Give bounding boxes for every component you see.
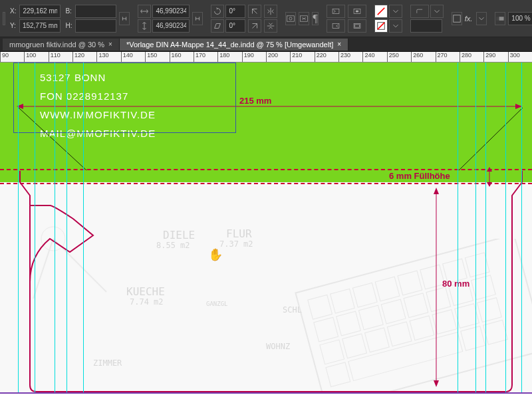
svg-marker-66	[487, 182, 492, 187]
fx-dropdown-icon[interactable]	[476, 12, 487, 25]
vertical-guide[interactable]	[458, 63, 458, 399]
ruler-tick: 160	[170, 52, 182, 63]
corner-radius-input[interactable]	[410, 19, 442, 33]
corner-dropdown-icon[interactable]	[430, 5, 444, 18]
tab-document-2[interactable]: *Vorlage DIN A4-Mappe 14_44_de.indd @ 75…	[120, 39, 348, 51]
link-icon[interactable]	[119, 12, 130, 25]
close-icon[interactable]: ×	[337, 41, 341, 48]
svg-rect-43	[471, 275, 495, 300]
tab-label: *Vorlage DIN A4-Mappe 14_44_de.indd @ 75…	[126, 41, 333, 49]
scale-x-icon[interactable]	[138, 5, 151, 18]
scale-x-input[interactable]	[152, 5, 190, 18]
flip-h-icon[interactable]	[264, 5, 277, 18]
vertical-guide[interactable]	[475, 63, 476, 399]
stroke-dropdown-icon[interactable]	[389, 19, 402, 33]
flip-v-icon[interactable]	[264, 19, 277, 33]
ruler-tick: 300	[508, 52, 520, 63]
svg-rect-6	[356, 10, 358, 12]
ruler-tick: 270	[436, 52, 448, 63]
svg-rect-29	[331, 289, 355, 313]
x-coord-input[interactable]	[19, 5, 61, 18]
x-label: X:	[8, 7, 18, 15]
fx-label: fx.	[465, 15, 473, 23]
vertical-guide[interactable]	[83, 63, 84, 399]
keyboard-sketch	[279, 239, 532, 398]
svg-rect-47	[387, 322, 412, 346]
link-scale-icon[interactable]	[192, 12, 203, 25]
fit-content-icon[interactable]	[327, 5, 345, 18]
selection-frame[interactable]	[13, 63, 236, 133]
svg-rect-39	[381, 299, 406, 324]
fit-frame-icon[interactable]	[327, 19, 345, 33]
scale-y-icon[interactable]	[138, 19, 151, 33]
stroke-none-icon[interactable]	[374, 19, 388, 33]
shear-icon[interactable]	[211, 19, 224, 33]
vertical-guide[interactable]	[66, 63, 67, 399]
svg-point-1	[289, 17, 292, 19]
vertical-guide[interactable]	[505, 63, 506, 399]
ruler-tick: 190	[242, 52, 254, 63]
h-label: H:	[63, 22, 74, 29]
control-panel: X: Y: B: H:	[0, 0, 532, 37]
height-input[interactable]	[75, 19, 116, 33]
svg-rect-55	[483, 320, 508, 344]
dashed-guide-bottom	[0, 183, 532, 184]
vertical-guide[interactable]	[18, 63, 19, 399]
ruler-tick: 150	[145, 52, 157, 63]
svg-rect-51	[477, 298, 502, 323]
ruler-tick: 110	[49, 52, 61, 63]
ruler-tick: 210	[290, 52, 302, 63]
svg-rect-14	[499, 17, 504, 21]
svg-rect-46	[365, 328, 390, 352]
w-label: B:	[63, 7, 73, 15]
close-icon[interactable]: ×	[108, 41, 112, 48]
horizontal-ruler[interactable]: 9010011012013014015016017018019020021022…	[0, 52, 532, 63]
center-content-icon[interactable]	[348, 5, 366, 18]
container-select-icon[interactable]	[285, 12, 296, 25]
fill-dropdown-icon[interactable]	[389, 5, 402, 18]
fill-none-icon[interactable]	[374, 5, 388, 18]
rotation-input[interactable]	[225, 5, 245, 18]
svg-rect-45	[342, 334, 367, 358]
shear-input[interactable]	[225, 19, 245, 33]
svg-rect-32	[398, 271, 422, 295]
tab-document-1[interactable]: mmogruen fiktiv.indd @ 30 % ×	[3, 39, 120, 51]
rotate-icon[interactable]	[211, 5, 224, 18]
vertical-guide[interactable]	[55, 63, 55, 399]
text-wrap-icon[interactable]	[452, 12, 462, 25]
svg-line-11	[377, 22, 384, 29]
y-label: Y:	[8, 22, 18, 29]
ruler-tick: 180	[217, 52, 229, 63]
width-input[interactable]	[75, 5, 116, 18]
room-zimmer: ZIMMER	[93, 358, 122, 368]
rotate-cw-icon[interactable]	[248, 19, 261, 33]
svg-line-58	[33, 239, 53, 299]
vertical-guide[interactable]	[521, 63, 522, 399]
tab-label: mmogruen fiktiv.indd @ 30 %	[9, 41, 104, 49]
y-coord-input[interactable]	[19, 19, 61, 33]
svg-rect-52	[326, 362, 350, 387]
reference-point-grid[interactable]	[3, 12, 5, 25]
svg-rect-54	[461, 326, 485, 350]
svg-rect-4	[332, 23, 339, 28]
fit-prop-icon[interactable]	[348, 19, 366, 33]
corner-type-icon[interactable]	[410, 5, 429, 18]
paragraph-icon[interactable]: ¶	[312, 12, 318, 25]
blend-mode-icon[interactable]	[495, 12, 505, 25]
content-select-icon[interactable]	[299, 12, 309, 25]
rotate-ccw-icon[interactable]	[248, 5, 261, 18]
scale-y-input[interactable]	[152, 19, 190, 33]
svg-rect-31	[375, 277, 400, 301]
svg-rect-48	[410, 316, 434, 340]
ruler-tick: 220	[315, 52, 327, 63]
vertical-guide[interactable]	[485, 63, 486, 399]
width-measure-label: 215 mm	[239, 96, 271, 106]
svg-rect-3	[332, 9, 339, 13]
svg-rect-28	[308, 295, 332, 319]
ruler-tick: 250	[387, 52, 399, 63]
document-tab-bar: mmogruen fiktiv.indd @ 30 % × *Vorlage D…	[0, 37, 532, 52]
opacity-input[interactable]	[508, 12, 532, 25]
ruler-tick: 90	[0, 52, 9, 63]
vertical-guide[interactable]	[35, 63, 35, 399]
document-canvas[interactable]: 53127 BONN FON 0228912137 WWW.IMMOFIKTIV…	[0, 63, 532, 399]
